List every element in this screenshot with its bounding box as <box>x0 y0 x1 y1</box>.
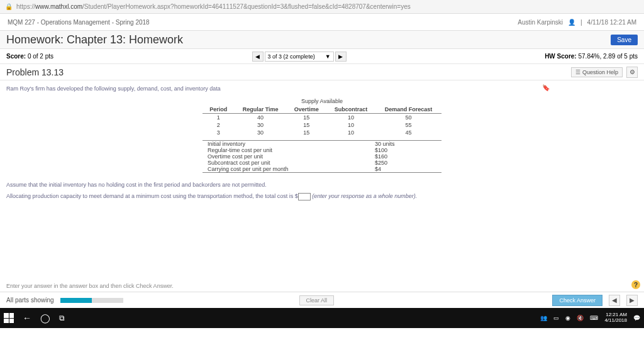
back-icon[interactable]: ← <box>23 313 31 323</box>
system-tray[interactable]: 👥 ▭ ◉ 🔇 ⌨ 12:21 AM 4/11/2018 💬 <box>540 312 640 324</box>
keyboard-icon: ⌨ <box>590 315 598 321</box>
hw-score-value: 57.84%, 2.89 of 5 pts <box>578 53 638 60</box>
timestamp: 4/11/18 12:21 AM <box>587 19 636 26</box>
answer-input[interactable] <box>298 193 311 200</box>
user-name: Austin Karpinski <box>518 19 563 26</box>
parts-label: All parts showing <box>6 297 54 304</box>
volume-icon: 🔇 <box>577 315 584 321</box>
clear-all-button[interactable]: Clear All <box>299 295 335 305</box>
list-icon: ☰ <box>575 69 580 75</box>
question-help-button[interactable]: ☰Question Help <box>571 67 623 77</box>
question-selector[interactable]: 3 of 3 (2 complete)▼ <box>265 52 334 62</box>
person-icon: 👤 <box>568 19 575 26</box>
score-value: 0 of 2 pts <box>28 53 53 60</box>
hw-score-label: HW Score: <box>545 53 577 60</box>
bookmark-icon[interactable]: 🔖 <box>542 84 550 91</box>
prev-question-button[interactable]: ◀ <box>252 52 264 62</box>
gear-icon: ⚙ <box>630 69 635 75</box>
cost-row: Carrying cost per unit per month$4 <box>203 166 441 173</box>
problem-id: Problem 13.13 <box>6 67 64 77</box>
next-question-button[interactable]: ▶ <box>335 52 347 62</box>
table-row: 330151045 <box>203 129 441 136</box>
cost-row: Subcontract cost per unit$250 <box>203 160 441 166</box>
bottom-bar: All parts showing Clear All Check Answer… <box>0 292 644 308</box>
supply-table: Period Regular Time Overtime Subcontract… <box>203 106 441 136</box>
battery-icon: ▭ <box>553 315 559 321</box>
problem-bar: Problem 13.13 ☰Question Help ⚙ <box>0 64 644 80</box>
page-prev-button[interactable]: ◀ <box>609 295 620 306</box>
help-badge[interactable]: ? <box>631 280 640 289</box>
url-domain: www.mathxl.com <box>35 3 82 10</box>
save-button[interactable]: Save <box>611 35 638 45</box>
cost-row: Regular-time cost per unit$100 <box>203 147 441 153</box>
cost-row: Overtime cost per unit$160 <box>203 153 441 160</box>
score-bar: Score: 0 of 2 pts ◀ 3 of 3 (2 complete)▼… <box>0 49 644 64</box>
table-row: 230151055 <box>203 121 441 129</box>
cost-row: Initial inventory30 units <box>203 141 441 148</box>
course-name: MQM 227 - Operations Management - Spring… <box>8 19 150 26</box>
footer-note: Enter your answer in the answer box and … <box>6 283 174 289</box>
wifi-icon: ◉ <box>565 315 570 321</box>
lock-icon: 🔒 <box>5 3 13 10</box>
chevron-down-icon: ▼ <box>325 53 331 60</box>
problem-content: 🔖 Ram Roy's firm has developed the follo… <box>0 80 644 308</box>
supply-table-wrap: Supply Available Period Regular Time Ove… <box>203 98 441 173</box>
notification-icon[interactable]: 💬 <box>633 315 640 321</box>
assumption-text: Assume that the initial inventory has no… <box>6 182 638 188</box>
progress-bar <box>60 298 123 303</box>
cortana-icon[interactable]: ◯ <box>40 313 50 323</box>
score-label: Score: <box>6 53 26 60</box>
taskbar-clock[interactable]: 12:21 AM 4/11/2018 <box>604 312 627 324</box>
url-path: /Student/PlayerHomework.aspx?homeworkId=… <box>82 3 411 10</box>
windows-start-icon[interactable] <box>4 313 14 323</box>
url-prefix: https:// <box>16 3 35 10</box>
homework-title-bar: Homework: Chapter 13: Homework Save <box>0 30 644 49</box>
people-icon[interactable]: 👥 <box>540 315 547 321</box>
taskview-icon[interactable]: ⧉ <box>59 314 65 322</box>
course-bar: MQM 227 - Operations Management - Spring… <box>0 14 644 30</box>
check-answer-button[interactable]: Check Answer <box>552 295 602 306</box>
table-caption: Supply Available <box>203 98 441 104</box>
page-next-button[interactable]: ▶ <box>626 295 638 306</box>
cost-table: Initial inventory30 unitsRegular-time co… <box>203 140 441 173</box>
browser-url-bar[interactable]: 🔒 https://www.mathxl.com/Student/PlayerH… <box>0 0 644 14</box>
homework-title: Homework: Chapter 13: Homework <box>6 33 183 47</box>
windows-taskbar[interactable]: ← ◯ ⧉ 👥 ▭ ◉ 🔇 ⌨ 12:21 AM 4/11/2018 💬 <box>0 308 644 328</box>
settings-button[interactable]: ⚙ <box>626 67 638 78</box>
question-text: Allocating production capacity to meet d… <box>6 193 638 200</box>
table-row: 140151050 <box>203 114 441 122</box>
